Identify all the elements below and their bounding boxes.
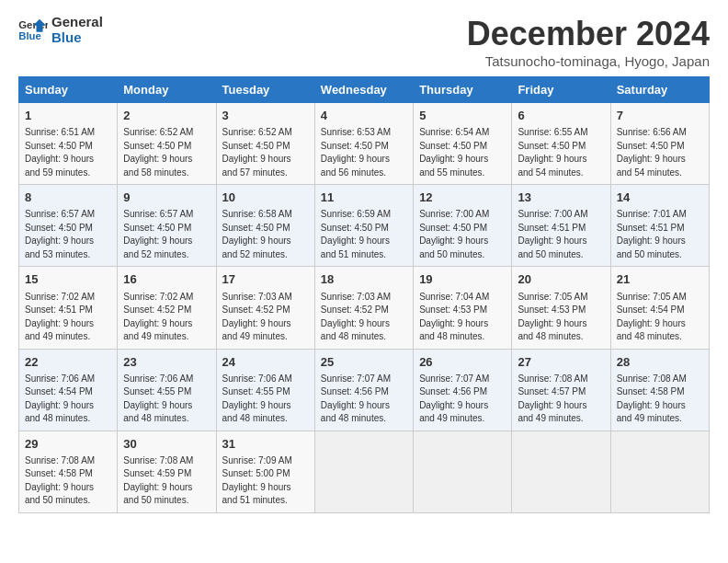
day-number: 3 bbox=[222, 108, 309, 124]
day-info: Sunrise: 6:51 AM Sunset: 4:50 PM Dayligh… bbox=[25, 126, 111, 179]
weekday-header-thursday: Thursday bbox=[414, 77, 512, 103]
calendar-cell: 15Sunrise: 7:02 AM Sunset: 4:51 PM Dayli… bbox=[19, 267, 118, 349]
day-info: Sunrise: 6:54 AM Sunset: 4:50 PM Dayligh… bbox=[419, 126, 506, 179]
calendar-cell: 30Sunrise: 7:08 AM Sunset: 4:59 PM Dayli… bbox=[118, 431, 216, 512]
weekday-header-friday: Friday bbox=[512, 77, 610, 103]
day-number: 5 bbox=[419, 108, 506, 124]
calendar-cell bbox=[512, 431, 610, 512]
calendar-cell: 16Sunrise: 7:02 AM Sunset: 4:52 PM Dayli… bbox=[118, 267, 216, 349]
calendar-cell: 11Sunrise: 6:59 AM Sunset: 4:50 PM Dayli… bbox=[314, 185, 413, 267]
day-number: 27 bbox=[518, 354, 604, 371]
calendar-week-row: 22Sunrise: 7:06 AM Sunset: 4:54 PM Dayli… bbox=[19, 349, 710, 431]
calendar-cell: 19Sunrise: 7:04 AM Sunset: 4:53 PM Dayli… bbox=[414, 267, 512, 349]
day-info: Sunrise: 7:07 AM Sunset: 4:56 PM Dayligh… bbox=[419, 373, 506, 426]
calendar-cell: 17Sunrise: 7:03 AM Sunset: 4:52 PM Dayli… bbox=[216, 267, 314, 349]
calendar-cell: 26Sunrise: 7:07 AM Sunset: 4:56 PM Dayli… bbox=[414, 349, 512, 431]
calendar-cell: 6Sunrise: 6:55 AM Sunset: 4:50 PM Daylig… bbox=[512, 103, 610, 185]
calendar-week-row: 29Sunrise: 7:08 AM Sunset: 4:58 PM Dayli… bbox=[19, 431, 710, 512]
calendar-cell: 31Sunrise: 7:09 AM Sunset: 5:00 PM Dayli… bbox=[216, 431, 314, 512]
logo-icon: General Blue bbox=[18, 17, 48, 43]
day-info: Sunrise: 7:05 AM Sunset: 4:53 PM Dayligh… bbox=[518, 291, 604, 344]
day-info: Sunrise: 7:06 AM Sunset: 4:55 PM Dayligh… bbox=[222, 373, 309, 426]
day-info: Sunrise: 7:00 AM Sunset: 4:51 PM Dayligh… bbox=[518, 208, 604, 261]
calendar-cell: 8Sunrise: 6:57 AM Sunset: 4:50 PM Daylig… bbox=[19, 185, 118, 267]
day-number: 10 bbox=[222, 190, 309, 206]
calendar-cell: 3Sunrise: 6:52 AM Sunset: 4:50 PM Daylig… bbox=[216, 103, 314, 185]
day-number: 14 bbox=[617, 190, 703, 206]
day-number: 25 bbox=[321, 354, 407, 371]
day-info: Sunrise: 7:01 AM Sunset: 4:51 PM Dayligh… bbox=[617, 208, 703, 261]
day-info: Sunrise: 7:07 AM Sunset: 4:56 PM Dayligh… bbox=[321, 373, 407, 426]
day-info: Sunrise: 7:04 AM Sunset: 4:53 PM Dayligh… bbox=[419, 291, 506, 344]
day-number: 22 bbox=[25, 354, 111, 371]
day-number: 16 bbox=[123, 271, 210, 288]
calendar-cell: 9Sunrise: 6:57 AM Sunset: 4:50 PM Daylig… bbox=[118, 185, 216, 267]
calendar-cell: 4Sunrise: 6:53 AM Sunset: 4:50 PM Daylig… bbox=[314, 103, 413, 185]
day-info: Sunrise: 7:06 AM Sunset: 4:54 PM Dayligh… bbox=[25, 373, 111, 426]
day-number: 31 bbox=[222, 436, 309, 453]
title-section: December 2024 Tatsunocho-tominaga, Hyogo… bbox=[467, 15, 710, 69]
day-number: 6 bbox=[518, 108, 604, 124]
calendar-cell: 14Sunrise: 7:01 AM Sunset: 4:51 PM Dayli… bbox=[610, 185, 709, 267]
day-info: Sunrise: 6:56 AM Sunset: 4:50 PM Dayligh… bbox=[617, 126, 703, 179]
day-number: 1 bbox=[25, 108, 111, 124]
calendar-cell: 18Sunrise: 7:03 AM Sunset: 4:52 PM Dayli… bbox=[314, 267, 413, 349]
day-number: 20 bbox=[518, 271, 604, 288]
calendar-cell: 1Sunrise: 6:51 AM Sunset: 4:50 PM Daylig… bbox=[19, 103, 118, 185]
day-info: Sunrise: 6:55 AM Sunset: 4:50 PM Dayligh… bbox=[518, 126, 604, 179]
day-info: Sunrise: 6:57 AM Sunset: 4:50 PM Dayligh… bbox=[123, 208, 210, 261]
day-info: Sunrise: 6:52 AM Sunset: 4:50 PM Dayligh… bbox=[222, 126, 309, 179]
logo-general: General bbox=[51, 15, 103, 30]
day-info: Sunrise: 7:02 AM Sunset: 4:52 PM Dayligh… bbox=[123, 291, 210, 344]
calendar-cell bbox=[414, 431, 512, 512]
day-number: 28 bbox=[617, 354, 703, 371]
day-info: Sunrise: 7:00 AM Sunset: 4:50 PM Dayligh… bbox=[419, 208, 506, 261]
day-info: Sunrise: 7:08 AM Sunset: 4:58 PM Dayligh… bbox=[25, 454, 111, 508]
day-number: 9 bbox=[123, 190, 210, 206]
calendar-week-row: 1Sunrise: 6:51 AM Sunset: 4:50 PM Daylig… bbox=[19, 103, 710, 185]
day-info: Sunrise: 7:09 AM Sunset: 5:00 PM Dayligh… bbox=[222, 454, 309, 508]
day-number: 15 bbox=[25, 271, 111, 288]
day-number: 21 bbox=[617, 271, 703, 288]
day-number: 11 bbox=[321, 190, 407, 206]
day-number: 26 bbox=[419, 354, 506, 371]
day-number: 24 bbox=[222, 354, 309, 371]
calendar-cell: 5Sunrise: 6:54 AM Sunset: 4:50 PM Daylig… bbox=[414, 103, 512, 185]
calendar-cell: 25Sunrise: 7:07 AM Sunset: 4:56 PM Dayli… bbox=[314, 349, 413, 431]
day-number: 12 bbox=[419, 190, 506, 206]
day-number: 17 bbox=[222, 271, 309, 288]
calendar-cell: 24Sunrise: 7:06 AM Sunset: 4:55 PM Dayli… bbox=[216, 349, 314, 431]
day-number: 7 bbox=[617, 108, 703, 124]
day-info: Sunrise: 7:02 AM Sunset: 4:51 PM Dayligh… bbox=[25, 291, 111, 344]
day-info: Sunrise: 6:53 AM Sunset: 4:50 PM Dayligh… bbox=[321, 126, 407, 179]
day-info: Sunrise: 7:08 AM Sunset: 4:58 PM Dayligh… bbox=[617, 373, 703, 426]
calendar-cell: 28Sunrise: 7:08 AM Sunset: 4:58 PM Dayli… bbox=[610, 349, 709, 431]
weekday-header-row: SundayMondayTuesdayWednesdayThursdayFrid… bbox=[19, 77, 710, 103]
day-info: Sunrise: 6:58 AM Sunset: 4:50 PM Dayligh… bbox=[222, 208, 309, 261]
day-info: Sunrise: 6:57 AM Sunset: 4:50 PM Dayligh… bbox=[25, 208, 111, 261]
day-info: Sunrise: 7:08 AM Sunset: 4:59 PM Dayligh… bbox=[123, 454, 210, 508]
calendar-table: SundayMondayTuesdayWednesdayThursdayFrid… bbox=[18, 76, 710, 513]
day-info: Sunrise: 7:08 AM Sunset: 4:57 PM Dayligh… bbox=[518, 373, 604, 426]
day-info: Sunrise: 7:06 AM Sunset: 4:55 PM Dayligh… bbox=[123, 373, 210, 426]
calendar-cell: 12Sunrise: 7:00 AM Sunset: 4:50 PM Dayli… bbox=[414, 185, 512, 267]
day-number: 8 bbox=[25, 190, 111, 206]
calendar-cell: 29Sunrise: 7:08 AM Sunset: 4:58 PM Dayli… bbox=[19, 431, 118, 512]
calendar-cell: 22Sunrise: 7:06 AM Sunset: 4:54 PM Dayli… bbox=[19, 349, 118, 431]
calendar-cell: 13Sunrise: 7:00 AM Sunset: 4:51 PM Dayli… bbox=[512, 185, 610, 267]
weekday-header-sunday: Sunday bbox=[19, 77, 118, 103]
day-number: 2 bbox=[123, 108, 210, 124]
day-info: Sunrise: 7:03 AM Sunset: 4:52 PM Dayligh… bbox=[222, 291, 309, 344]
calendar-cell: 21Sunrise: 7:05 AM Sunset: 4:54 PM Dayli… bbox=[610, 267, 709, 349]
header: General Blue General Blue December 2024 … bbox=[18, 15, 710, 69]
calendar-week-row: 8Sunrise: 6:57 AM Sunset: 4:50 PM Daylig… bbox=[19, 185, 710, 267]
calendar-cell bbox=[314, 431, 413, 512]
weekday-header-monday: Monday bbox=[118, 77, 216, 103]
day-number: 23 bbox=[123, 354, 210, 371]
day-number: 4 bbox=[321, 108, 407, 124]
calendar-cell: 2Sunrise: 6:52 AM Sunset: 4:50 PM Daylig… bbox=[118, 103, 216, 185]
weekday-header-saturday: Saturday bbox=[610, 77, 709, 103]
logo-blue: Blue bbox=[51, 30, 103, 46]
day-number: 29 bbox=[25, 436, 111, 453]
logo: General Blue General Blue bbox=[18, 15, 103, 45]
